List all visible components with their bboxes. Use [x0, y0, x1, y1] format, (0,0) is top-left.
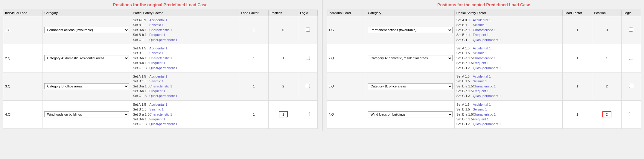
logic-cell[interactable]	[622, 16, 641, 44]
logic-cell[interactable]	[622, 100, 641, 128]
psf-value: Frequent 1	[473, 89, 561, 93]
psf-value: Frequent 1	[473, 61, 561, 65]
psf-value: Quasi-permanent 1	[473, 38, 561, 42]
category-cell[interactable]: Wind loads on buildings	[42, 100, 131, 128]
logic-cell[interactable]	[298, 44, 317, 72]
category-select[interactable]: Permanent actions (favourable)	[368, 27, 453, 33]
psf-value: Accidental 1	[473, 102, 561, 107]
logic-checkbox[interactable]	[629, 84, 633, 88]
load-factor-cell: 1	[239, 44, 269, 72]
category-select[interactable]: Wind loads on buildings	[44, 111, 129, 117]
logic-checkbox[interactable]	[629, 56, 633, 60]
category-select[interactable]: Category B: office areas	[44, 83, 129, 89]
psf-cell: Set A 1.5Accidental 1Set B 1.5Seismic 1S…	[454, 44, 563, 72]
category-select[interactable]: Category B: office areas	[368, 83, 453, 89]
col-pos-left: Position	[269, 10, 298, 16]
category-cell[interactable]: Category B: office areas	[366, 72, 454, 100]
category-cell[interactable]: Wind loads on buildings	[366, 100, 454, 128]
logic-checkbox[interactable]	[629, 28, 633, 32]
psf-value: Quasi-permanent 1	[149, 122, 237, 126]
psf-label: Set C 1.3	[456, 66, 473, 70]
logic-cell[interactable]	[622, 72, 641, 100]
psf-value: Seismic 1	[473, 107, 561, 112]
position-cell: 0	[269, 16, 298, 44]
category-select[interactable]: Wind loads on buildings	[368, 111, 453, 117]
psf-value: Seismic 1	[473, 23, 561, 27]
category-cell[interactable]: Permanent actions (favourable)	[366, 16, 454, 44]
psf-label: Set A 0.9	[456, 18, 473, 22]
psf-value: Characteristic 1	[473, 56, 561, 60]
position-value: 1	[279, 111, 288, 117]
table-row: 3.QCategory B: office areasSet A 1.5Acci…	[3, 72, 318, 100]
logic-checkbox[interactable]	[306, 112, 310, 116]
category-select[interactable]: Category A: domestic, residential areas	[368, 55, 453, 61]
psf-value: Characteristic 1	[473, 84, 561, 89]
psf-value: Seismic 1	[149, 23, 237, 27]
col-individual-load-left: Individual Load	[3, 10, 42, 16]
psf-label: Set C 1.3	[133, 122, 149, 126]
psf-label: Set B 1.5	[133, 107, 149, 112]
psf-label: Set C 1.3	[133, 66, 149, 70]
psf-value: Frequent 1	[149, 117, 237, 122]
psf-label: Set C 1	[456, 38, 473, 42]
logic-cell[interactable]	[622, 44, 641, 72]
psf-value: Seismic 1	[149, 51, 237, 55]
psf-label: Set A 1.5	[133, 102, 149, 107]
psf-label: Set A 0.9	[133, 18, 149, 22]
logic-checkbox[interactable]	[306, 28, 310, 32]
psf-label: Set B-b 1.5	[456, 61, 473, 65]
psf-cell: Set A 1.5Accidental 1Set B 1.5Seismic 1S…	[131, 44, 239, 72]
page-wrapper: Positions for the original Predefined Lo…	[0, 0, 644, 131]
category-select[interactable]: Permanent actions (favourable)	[44, 27, 129, 33]
individual-load-cell: 4.Q	[3, 100, 42, 128]
psf-label: Set B-b 1.5	[133, 61, 149, 65]
psf-value: Quasi-permanent 1	[149, 94, 237, 98]
position-cell: 2	[592, 72, 622, 100]
category-cell[interactable]: Permanent actions (favourable)	[42, 16, 131, 44]
position-cell: 1	[269, 100, 298, 128]
logic-cell[interactable]	[298, 16, 317, 44]
logic-checkbox[interactable]	[629, 112, 633, 116]
psf-value: Accidental 1	[149, 18, 237, 22]
psf-label: Set B-b 1.5	[456, 117, 473, 122]
psf-label: Set B 1	[133, 23, 149, 27]
load-factor-cell: 1	[563, 44, 592, 72]
psf-value: Characteristic 1	[473, 28, 561, 32]
psf-value: Characteristic 1	[473, 112, 561, 117]
col-logic-left: Logic	[298, 10, 317, 16]
category-cell[interactable]: Category A: domestic, residential areas	[42, 44, 131, 72]
col-pos-right: Position	[592, 10, 622, 16]
psf-label: Set A 1.5	[456, 46, 473, 51]
logic-checkbox[interactable]	[306, 56, 310, 60]
psf-value: Accidental 1	[149, 102, 237, 107]
psf-label: Set B-a 1.5	[133, 112, 149, 117]
logic-cell[interactable]	[298, 72, 317, 100]
logic-checkbox[interactable]	[306, 84, 310, 88]
left-table: Individual Load Category Partial Safety …	[3, 10, 318, 129]
load-factor-cell: 1	[239, 100, 269, 128]
load-factor-cell: 1	[563, 72, 592, 100]
logic-cell[interactable]	[298, 100, 317, 128]
position-value: 0	[602, 28, 611, 32]
psf-label: Set B 1.5	[133, 79, 149, 84]
psf-value: Accidental 1	[149, 74, 237, 79]
table-row: 1.GPermanent actions (favourable)Set A 0…	[327, 16, 641, 44]
individual-load-cell: 1.G	[327, 16, 366, 44]
col-psf-left: Partial Safety Factor	[131, 10, 239, 16]
table-row: 2.QCategory A: domestic, residential are…	[327, 44, 641, 72]
position-cell: 1	[592, 44, 622, 72]
psf-cell: Set A 1.5Accidental 1Set B 1.5Seismic 1S…	[454, 72, 563, 100]
right-panel: Positions for the copied Predefined Load…	[324, 0, 644, 131]
category-select[interactable]: Category A: domestic, residential areas	[44, 55, 129, 61]
psf-value: Accidental 1	[473, 74, 561, 79]
panel-divider	[322, 0, 322, 131]
load-factor-cell: 1	[563, 100, 592, 128]
category-cell[interactable]: Category B: office areas	[42, 72, 131, 100]
position-value: 0	[279, 28, 288, 32]
psf-label: Set B 1.5	[133, 51, 149, 55]
right-table: Individual Load Category Partial Safety …	[327, 10, 641, 129]
category-cell[interactable]: Category A: domestic, residential areas	[366, 44, 454, 72]
psf-cell: Set A 0.9Accidental 1Set B 1Seismic 1Set…	[454, 16, 563, 44]
psf-cell: Set A 1.5Accidental 1Set B 1.5Seismic 1S…	[131, 100, 239, 128]
individual-load-cell: 3.Q	[327, 72, 366, 100]
